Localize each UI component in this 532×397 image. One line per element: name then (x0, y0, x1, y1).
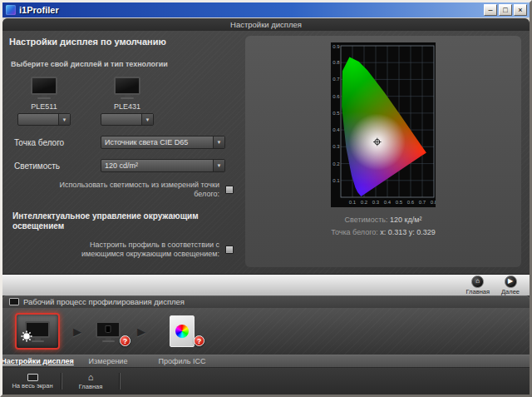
svg-text:0.6: 0.6 (332, 94, 340, 99)
chevron-down-icon: ▼ (213, 160, 224, 171)
incomplete-badge: ? (120, 335, 131, 346)
svg-text:0.2: 0.2 (332, 161, 340, 166)
next-icon: ▶ (508, 278, 513, 285)
use-luminance-label: Использовать светимость из измерений точ… (57, 181, 219, 200)
icc-document-icon (170, 315, 195, 347)
svg-text:0.7: 0.7 (419, 200, 426, 205)
fullscreen-button-label: На весь экран (12, 382, 52, 390)
svg-text:0.5: 0.5 (332, 111, 340, 116)
workflow-title: Рабочий процесс профилирования дисплея (23, 297, 185, 306)
ambient-row: Настроить профиль в соответствии с имеющ… (2, 241, 234, 260)
display-name: PLE431 (114, 102, 140, 111)
ambient-checkbox[interactable] (225, 246, 234, 254)
chevron-down-icon: ▼ (141, 114, 153, 125)
svg-text:0.4: 0.4 (332, 127, 340, 132)
home-button-footer-label: Главная (79, 383, 103, 390)
incomplete-badge: ? (194, 335, 204, 346)
home-icon: ⌂ (475, 278, 480, 285)
white-point-value: Источник света CIE D65 (101, 136, 213, 148)
chevron-down-icon: ▼ (213, 136, 224, 148)
home-icon: ⌂ (88, 373, 94, 382)
page-title: Настройки дисплея (230, 20, 302, 29)
display-type-select-1[interactable]: ▼ (17, 113, 71, 126)
svg-text:0.5: 0.5 (396, 200, 403, 205)
application-window: i1Profiler – □ × Настройки дисплея Настр… (0, 0, 532, 397)
workflow-step-labels: Настройки дисплея Измерение Профиль ICC (2, 355, 530, 368)
chart-readout: Светимость: 120 кд/м² Точка белого: x: 0… (331, 214, 436, 240)
display-options-row: PLE511 ▼ PLE431 ▼ (14, 77, 245, 126)
white-point-select[interactable]: Источник света CIE D65 ▼ (101, 136, 225, 149)
display-type-value (18, 114, 58, 125)
svg-text:0.1: 0.1 (349, 200, 357, 205)
select-display-label: Выберите свой дисплей и тип технологии (11, 60, 245, 68)
step-measurement-icon[interactable]: ? (87, 315, 129, 348)
step-icc-profile-icon[interactable]: ? (161, 315, 203, 348)
page-header: Настройки дисплея (2, 18, 530, 31)
luminance-row: Светимость 120 cd/m² ▼ (14, 159, 245, 172)
workflow-steps: ▶ ? ▶ ? (2, 308, 530, 355)
window-title: i1Profiler (19, 5, 59, 15)
display-type-select-2[interactable]: ▼ (101, 113, 154, 126)
monitor-icon (114, 77, 140, 95)
svg-text:0.8: 0.8 (332, 60, 340, 65)
workflow-header: Рабочий процесс профилирования дисплея (2, 295, 530, 308)
app-icon (6, 5, 16, 15)
toolbar-divider (119, 373, 121, 390)
close-button[interactable]: × (514, 4, 527, 16)
toolbar-divider (61, 373, 62, 390)
color-pinwheel-icon (175, 325, 189, 338)
display-option-ple431[interactable]: PLE431 ▼ (97, 77, 157, 126)
ambient-section-title: Интеллектуальное управление окружающим о… (12, 211, 232, 232)
window-titlebar: i1Profiler – □ × (2, 2, 530, 17)
bottom-toolbar: На весь экран ⌂ Главная (2, 368, 530, 395)
luminance-select[interactable]: 120 cd/m² ▼ (101, 159, 225, 172)
step-arrow-icon: ▶ (132, 308, 150, 355)
use-luminance-row: Использовать светимость из измерений точ… (2, 181, 234, 200)
svg-text:0.8: 0.8 (431, 200, 436, 205)
svg-text:0.4: 0.4 (384, 200, 392, 205)
titlebar-left: i1Profiler (6, 5, 59, 15)
monitor-icon (9, 298, 19, 305)
use-luminance-checkbox[interactable] (225, 186, 234, 194)
white-point-row: Точка белого Источник света CIE D65 ▼ (14, 136, 245, 149)
svg-text:0.3: 0.3 (372, 200, 380, 205)
svg-text:0.7: 0.7 (332, 77, 340, 82)
home-button-footer[interactable]: ⌂ Главная (66, 373, 116, 390)
minimize-button[interactable]: – (484, 4, 497, 16)
luminance-value: 120 cd/m² (101, 160, 213, 171)
luminance-label: Светимость (14, 161, 101, 171)
window-controls: – □ × (482, 4, 527, 16)
step-icc-profile-label[interactable]: Профиль ICC (150, 355, 214, 367)
svg-text:0.6: 0.6 (407, 200, 415, 205)
white-point-readout: Точка белого: x: 0.313 y: 0.329 (331, 226, 436, 239)
home-button-label: Главная (466, 288, 490, 295)
svg-text:0.1: 0.1 (332, 178, 340, 183)
step-display-settings-icon[interactable] (15, 313, 60, 350)
step-measurement-label[interactable]: Измерение (84, 355, 132, 367)
ambient-label: Настроить профиль в соответствии с имеющ… (76, 241, 219, 260)
display-option-ple511[interactable]: PLE511 ▼ (14, 77, 74, 126)
maximize-button[interactable]: □ (499, 4, 512, 16)
svg-text:0.2: 0.2 (361, 200, 368, 205)
fullscreen-button[interactable]: На весь экран (7, 374, 57, 390)
white-point-label: Точка белого (14, 138, 101, 147)
navigation-strip: ⌂ Главная ▶ Далее (2, 274, 530, 295)
gear-icon (21, 330, 32, 342)
next-button[interactable]: ▶ Далее (501, 275, 520, 295)
measurement-device-icon (106, 325, 111, 333)
display-settings-panel: Настройки дисплея по умолчанию Выберите … (2, 31, 245, 274)
main-content: Настройки дисплея по умолчанию Выберите … (2, 31, 530, 274)
svg-text:0.3: 0.3 (332, 144, 340, 149)
step-arrow-icon: ▶ (71, 308, 84, 355)
fullscreen-icon (27, 374, 38, 381)
svg-text:0.9: 0.9 (332, 44, 340, 49)
next-button-label: Далее (501, 288, 520, 295)
luminance-readout: Светимость: 120 кд/м² (331, 214, 436, 226)
cie-chromaticity-diagram: 0.1 0.2 0.3 0.4 0.5 0.6 0.7 0.8 0.1 0.2 … (331, 42, 436, 207)
display-name: PLE511 (31, 102, 57, 111)
chevron-down-icon: ▼ (58, 114, 70, 125)
home-button[interactable]: ⌂ Главная (466, 275, 490, 295)
chromaticity-panel: 0.1 0.2 0.3 0.4 0.5 0.6 0.7 0.8 0.1 0.2 … (245, 36, 521, 267)
step-display-settings-label[interactable]: Настройки дисплея (4, 355, 71, 367)
monitor-icon (31, 77, 57, 95)
